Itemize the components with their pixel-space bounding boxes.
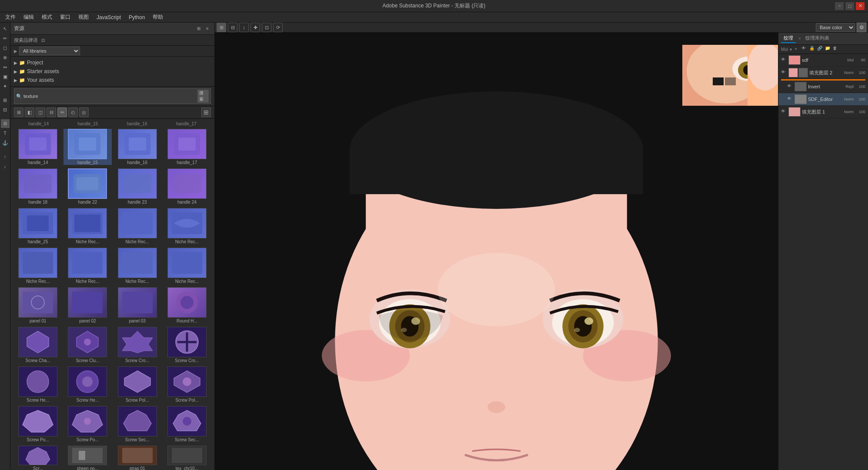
filter-toggle-icon[interactable]: ⊡ [40, 37, 47, 44]
tool-anchor[interactable]: ⚓ [1, 138, 10, 147]
vp-settings-btn[interactable]: ⚙ [857, 23, 866, 32]
layer-vis-invert[interactable]: 👁 [787, 84, 793, 90]
menu-mode[interactable]: 模式 [38, 13, 56, 22]
asset-item-screw-clu1[interactable]: Screw Clu... [63, 327, 111, 363]
layer-item-fill2[interactable]: 👁 填充图层 2 Norm 100 [778, 67, 868, 79]
blend-folder-btn[interactable]: 📁 [825, 46, 832, 53]
asset-item-handle-16[interactable]: handle_16 [114, 129, 161, 165]
tree-item-project[interactable]: ▶ 📁 Project [10, 58, 214, 67]
asset-item-handle-25[interactable]: handle_25 [14, 208, 62, 244]
asset-item-panel-02[interactable]: panel 02 [63, 287, 111, 323]
asset-item-handle-22[interactable]: handle 22 [63, 168, 111, 205]
menu-file[interactable]: 文件 [2, 13, 19, 22]
tree-item-starter[interactable]: ▶ 📁 Starter assets [10, 67, 214, 76]
asset-item-round-h[interactable]: Round H... [163, 287, 211, 323]
filter-env-btn[interactable]: ◎ [79, 107, 89, 117]
asset-item-handle-23[interactable]: handle 23 [114, 168, 161, 205]
panel-menu-icon[interactable]: ≡ [204, 25, 211, 32]
asset-item-screw-he1[interactable]: Screw He... [14, 366, 62, 403]
asset-item-niche-2[interactable]: Niche Rec... [114, 208, 161, 244]
filter-icon[interactable]: ⊞ [195, 25, 202, 32]
asset-item-screw-po2[interactable]: Screw Po... [63, 406, 111, 442]
asset-item-niche-3[interactable]: Niche Rec... [163, 208, 211, 244]
asset-item-screw-pol2[interactable]: Screw Pol... [163, 366, 211, 403]
tool-export[interactable]: ↑ [1, 152, 10, 161]
asset-item-tex-chr10[interactable]: tex_chr10... [163, 446, 211, 470]
asset-item-screw-cha1[interactable]: Screw Cha... [14, 327, 62, 363]
menu-window[interactable]: 窗口 [57, 13, 74, 22]
viewport-canvas[interactable]: SP中的SDF效果来啦 [215, 33, 778, 470]
tool-layers[interactable]: ⊞ [1, 96, 10, 104]
asset-item-screw-sec1[interactable]: Screw Sec... [114, 406, 161, 442]
filter-brush-btn[interactable]: ✏ [57, 107, 67, 117]
menu-help[interactable]: 帮助 [149, 13, 167, 22]
asset-item-niche-5[interactable]: Niche Rec... [63, 248, 111, 284]
channel-select[interactable]: Base color Roughness Metallic Normal [816, 23, 855, 32]
tool-masks[interactable]: ⊟ [1, 105, 10, 114]
asset-item-sheen-no[interactable]: sheen no... [63, 446, 111, 470]
tool-smudge[interactable]: ↭ [1, 63, 10, 71]
layer-item-fill1[interactable]: 👁 填充图层 1 Norm 100 [778, 106, 868, 118]
filter-filter-btn[interactable]: ⊟ [47, 107, 56, 117]
asset-item-strap-01[interactable]: strap 01 [114, 446, 161, 470]
tool-import[interactable]: ↓ [1, 162, 10, 171]
asset-item-screw-pol1[interactable]: Screw Pol... [114, 366, 161, 403]
filter-all-btn[interactable]: ⊞ [14, 107, 23, 117]
blend-link-btn[interactable]: 🔗 [817, 46, 824, 53]
blend-lock-btn[interactable]: 🔒 [809, 46, 816, 53]
tab-texture-close[interactable]: × [798, 36, 801, 41]
asset-item-handle-14[interactable]: handle_14 [14, 129, 62, 165]
menu-javascript[interactable]: JavaScript [93, 13, 124, 21]
search-tag[interactable]: 搜索 [197, 90, 209, 103]
asset-item-screw-sec2[interactable]: Screw Sec... [163, 406, 211, 442]
layer-vis-fill1[interactable]: 👁 [781, 109, 787, 115]
filter-texture-btn[interactable]: ◧ [25, 107, 34, 117]
filter-alpha-btn[interactable]: ◴ [68, 107, 78, 117]
asset-item-handle-18[interactable]: handle 18 [14, 168, 62, 205]
vp-grid-btn[interactable]: ⊟ [228, 23, 237, 32]
asset-item-screw-po1[interactable]: Screw Po... [14, 406, 62, 442]
layer-item-sdf-editor[interactable]: 👁 SDF_Editor Norm 100 [778, 93, 868, 106]
asset-item-niche-6[interactable]: Niche Rec... [114, 248, 161, 284]
layer-vis-fill2[interactable]: 👁 [781, 70, 787, 76]
vp-render-btn[interactable]: ⊡ [262, 23, 271, 32]
filter-material-btn[interactable]: ◫ [36, 107, 45, 117]
blend-add-btn[interactable]: ＋ [794, 46, 801, 53]
vp-anim-btn[interactable]: ⟳ [273, 23, 283, 32]
tab-library[interactable]: 纹理库列表 [803, 34, 832, 43]
grid-view-button[interactable]: ⊞ [201, 107, 211, 117]
tool-select[interactable]: ↖ [1, 24, 10, 33]
layer-item-sdf[interactable]: 👁 sdf Mul 80 [778, 54, 868, 67]
asset-item-handle-24[interactable]: handle 24 [163, 168, 211, 205]
asset-item-niche-4[interactable]: Niche Rec... [14, 248, 62, 284]
asset-item-panel-01[interactable]: panel 01 [14, 287, 62, 323]
minimize-button[interactable]: － [835, 2, 844, 10]
asset-item-screw-cro1[interactable]: Screw Cro... [114, 327, 161, 363]
asset-item-niche-7[interactable]: Niche Rec... [163, 248, 211, 284]
tool-clone[interactable]: ⊕ [1, 53, 10, 62]
vp-perspective-btn[interactable]: ⊞ [217, 23, 226, 32]
asset-item-niche-1[interactable]: Niche Rec... [63, 208, 111, 244]
blend-eye-btn[interactable]: 👁 [801, 46, 808, 53]
tool-paint[interactable]: ✏ [1, 34, 10, 43]
tool-fill[interactable]: ▣ [1, 72, 10, 81]
maximize-button[interactable]: □ [845, 2, 854, 10]
asset-item-handle-17[interactable]: handle_17 [163, 129, 211, 165]
asset-item-screw-slo[interactable]: Scr... [14, 446, 62, 470]
tree-item-your-assets[interactable]: ▶ 📁 Your assets [10, 76, 214, 84]
asset-item-screw-he2[interactable]: Screw He... [63, 366, 111, 403]
layer-vis-sdf[interactable]: 👁 [781, 57, 787, 63]
menu-view[interactable]: 视图 [75, 13, 92, 22]
tool-text[interactable]: T [1, 129, 10, 138]
tool-erase[interactable]: ◻ [1, 44, 10, 52]
search-input[interactable] [23, 94, 196, 99]
layer-vis-sdf-editor[interactable]: 👁 [787, 96, 793, 102]
asset-item-panel-03[interactable]: panel 03 [114, 287, 161, 323]
menu-python[interactable]: Python [125, 13, 148, 21]
vp-camera-btn[interactable]: ↕ [239, 23, 249, 32]
tool-prop[interactable]: ⚙ [1, 119, 10, 128]
menu-edit[interactable]: 编辑 [20, 13, 37, 22]
asset-item-handle-15[interactable]: handle_15 [63, 129, 111, 165]
tab-texture[interactable]: 纹理 [781, 34, 796, 43]
vp-light-btn[interactable]: ✚ [250, 23, 260, 32]
